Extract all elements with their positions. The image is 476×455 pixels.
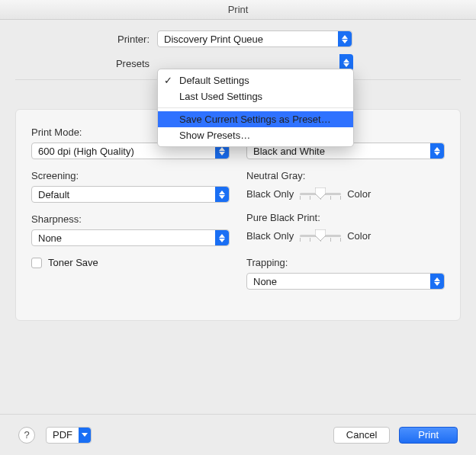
svg-marker-5 [219, 152, 225, 155]
svg-marker-16 [82, 433, 88, 437]
screening-label: Screening: [31, 170, 230, 181]
checkmark-icon: ✓ [164, 75, 172, 86]
svg-marker-10 [434, 147, 440, 151]
pure-black-right: Color [347, 230, 371, 242]
svg-marker-12 [315, 187, 326, 199]
trapping-label: Trapping: [246, 257, 445, 268]
window-title: Print [0, 0, 476, 20]
checkbox-box [31, 258, 42, 268]
pdf-menu-button[interactable]: PDF [46, 427, 92, 444]
svg-marker-9 [219, 239, 225, 242]
updown-icon [215, 230, 229, 245]
updown-icon [430, 143, 444, 159]
printer-label: Printer: [15, 34, 157, 45]
slider-thumb-icon [315, 187, 326, 198]
menu-separator [158, 107, 353, 108]
svg-marker-11 [434, 152, 440, 155]
footer: ? PDF Cancel Print [0, 414, 476, 455]
chevron-down-icon [79, 428, 91, 443]
print-button[interactable]: Print [399, 427, 458, 444]
updown-icon [430, 274, 444, 289]
trapping-select[interactable]: None [246, 273, 445, 290]
svg-marker-7 [219, 195, 225, 199]
updown-icon [338, 31, 352, 46]
presets-item-default[interactable]: ✓ Default Settings [158, 72, 353, 88]
svg-marker-0 [342, 35, 348, 39]
sharpness-select[interactable]: None [31, 229, 230, 246]
presets-label: Presets [15, 58, 157, 69]
svg-marker-2 [343, 59, 349, 62]
pure-black-label: Pure Black Print: [246, 212, 445, 223]
pdf-label: PDF [47, 429, 79, 441]
svg-marker-15 [434, 282, 440, 286]
svg-marker-14 [434, 277, 440, 281]
presets-item-label: Default Settings [179, 75, 249, 86]
printer-select[interactable]: Discovery Print Queue [157, 30, 352, 47]
neutral-gray-label: Neutral Gray: [246, 170, 445, 181]
toner-save-checkbox[interactable]: Toner Save [31, 257, 230, 268]
presets-item-last-used[interactable]: Last Used Settings [158, 88, 353, 104]
svg-marker-3 [343, 63, 349, 67]
svg-marker-4 [219, 147, 225, 151]
screening-value: Default [32, 189, 215, 200]
presets-item-show[interactable]: Show Presets… [158, 127, 353, 143]
pure-black-left: Black Only [246, 230, 294, 242]
svg-marker-1 [342, 40, 348, 43]
svg-marker-8 [219, 234, 225, 238]
toner-save-label: Toner Save [48, 257, 98, 268]
sharpness-value: None [32, 232, 215, 244]
printer-value: Discovery Print Queue [158, 34, 338, 45]
presets-item-label: Save Current Settings as Preset… [179, 114, 331, 125]
svg-marker-13 [315, 229, 326, 241]
svg-marker-6 [219, 191, 225, 194]
presets-item-label: Show Presets… [179, 130, 250, 141]
trapping-value: None [247, 276, 430, 287]
neutral-gray-right: Color [347, 188, 371, 200]
sharpness-label: Sharpness: [31, 213, 230, 225]
presets-menu: ✓ Default Settings Last Used Settings Sa… [157, 69, 354, 147]
screening-select[interactable]: Default [31, 186, 230, 203]
presets-item-label: Last Used Settings [179, 91, 262, 102]
slider-thumb-icon [315, 229, 326, 240]
help-button[interactable]: ? [18, 427, 35, 444]
neutral-gray-left: Black Only [246, 188, 294, 200]
neutral-gray-slider[interactable] [300, 186, 341, 201]
updown-icon [215, 187, 229, 202]
cancel-button[interactable]: Cancel [333, 427, 390, 444]
presets-item-save-as[interactable]: Save Current Settings as Preset… [158, 111, 353, 127]
pure-black-slider[interactable] [300, 228, 341, 243]
